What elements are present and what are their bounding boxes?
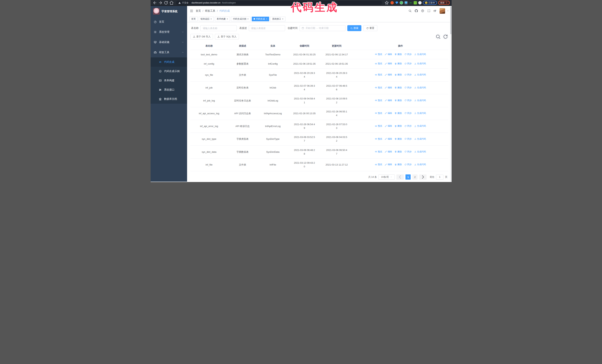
caret-down-icon[interactable] — [447, 10, 449, 12]
close-icon[interactable]: × — [247, 18, 248, 20]
action-edit-link[interactable]: 编辑 — [385, 52, 392, 56]
close-icon[interactable]: × — [210, 18, 212, 20]
close-icon[interactable]: × — [282, 18, 283, 20]
action-sync-link[interactable]: 同步 — [404, 112, 412, 115]
refresh-table-button[interactable] — [443, 34, 448, 40]
action-delete-link[interactable]: 删除 — [395, 124, 402, 128]
action-edit-link[interactable]: 编辑 — [385, 73, 392, 76]
sidebar-item-system-api[interactable]: 系统接口 — [150, 85, 187, 94]
action-sync-link[interactable]: 同步 — [404, 137, 412, 141]
action-sync-link[interactable]: 同步 — [404, 150, 412, 154]
scrollbar-thumb[interactable] — [450, 7, 452, 34]
action-sync-link[interactable]: 同步 — [404, 62, 412, 65]
action-eye-link[interactable]: 预览 — [375, 52, 382, 56]
breadcrumb-item[interactable]: 首页 — [196, 9, 201, 13]
sidebar-item-codegen-example[interactable]: 代码生成示例 — [150, 67, 187, 76]
next-page-button[interactable] — [419, 174, 427, 180]
action-eye-link[interactable]: 预览 — [375, 99, 382, 102]
action-edit-link[interactable]: 编辑 — [385, 99, 392, 102]
sidebar-item-system-management[interactable]: 系统管理 — [150, 27, 187, 37]
paused-badge[interactable]: 已暂停 — [423, 1, 437, 5]
tab-system-api[interactable]: 系统接口× — [270, 17, 285, 21]
sidebar-item-form-builder[interactable]: 表单构建 — [150, 76, 187, 85]
sidebar-item-infrastructure[interactable]: 基础设施 — [150, 37, 187, 47]
fullscreen-icon[interactable] — [427, 9, 430, 12]
url-bar[interactable]: 不安全 dashboard.yudao.iocoder.cn /tool/cod… — [176, 1, 382, 5]
action-download-link[interactable]: 生成代码 — [414, 163, 426, 166]
action-sync-link[interactable]: 同步 — [404, 86, 412, 89]
forward-icon[interactable] — [158, 0, 163, 5]
sidebar-item-codegen[interactable]: 代码生成 — [150, 57, 187, 67]
action-edit-link[interactable]: 编辑 — [385, 112, 392, 115]
action-eye-link[interactable]: 预览 — [375, 86, 382, 89]
sidebar-item-home[interactable]: 首页 — [150, 17, 187, 27]
action-download-link[interactable]: 生成代码 — [414, 86, 426, 89]
tab-codegen[interactable]: 代码生成× — [252, 17, 269, 21]
kebab-menu-icon[interactable]: ⋮ — [445, 1, 448, 4]
hamburger-icon[interactable] — [190, 9, 193, 13]
action-sync-link[interactable]: 同步 — [404, 163, 412, 166]
extension-grid-icon[interactable] — [404, 1, 408, 4]
start-date-placeholder[interactable]: 开始日期 — [306, 26, 315, 30]
extension-orange-icon[interactable] — [390, 1, 394, 4]
action-download-link[interactable]: 生成代码 — [414, 73, 426, 76]
action-eye-link[interactable]: 预览 — [375, 73, 382, 76]
action-download-link[interactable]: 生成代码 — [414, 62, 426, 65]
db-import-button[interactable]: 基于 DB 导入 — [190, 34, 213, 40]
action-edit-link[interactable]: 编辑 — [385, 124, 392, 128]
reset-button[interactable]: 重置 — [363, 25, 377, 31]
tab-tracer[interactable]: 链路追踪× — [199, 17, 214, 21]
update-badge[interactable]: 更新 ⋮ — [438, 1, 450, 5]
action-eye-link[interactable]: 预览 — [375, 150, 382, 154]
action-delete-link[interactable]: 删除 — [395, 99, 402, 102]
tab-home[interactable]: 首页 — [190, 17, 198, 21]
prev-page-button[interactable] — [396, 174, 404, 180]
tab-form-builder[interactable]: 表单构建× — [215, 17, 230, 21]
page-button-1[interactable]: 1 — [406, 174, 411, 180]
action-edit-link[interactable]: 编辑 — [385, 86, 392, 89]
action-delete-link[interactable]: 删除 — [395, 73, 402, 76]
action-download-link[interactable]: 生成代码 — [414, 150, 426, 154]
search-icon[interactable] — [408, 9, 412, 12]
tab-codegen-example[interactable]: 代码生成示例× — [231, 17, 250, 21]
action-sync-link[interactable]: 同步 — [404, 99, 412, 102]
action-download-link[interactable]: 生成代码 — [414, 124, 426, 128]
table-desc-input[interactable] — [249, 25, 285, 31]
sidebar-item-db-doc[interactable]: 数据库文档 — [150, 94, 187, 104]
extension-green-check-icon[interactable] — [400, 1, 403, 4]
help-icon[interactable] — [421, 9, 424, 12]
search-button[interactable]: 搜索 — [347, 25, 361, 31]
action-edit-link[interactable]: 编辑 — [385, 137, 392, 141]
close-icon[interactable]: × — [226, 18, 228, 20]
font-size-icon[interactable]: tT — [434, 9, 436, 12]
toggle-search-button[interactable] — [435, 34, 441, 40]
table-name-input[interactable] — [200, 25, 237, 31]
action-download-link[interactable]: 生成代码 — [414, 52, 426, 56]
extension-monkey-icon[interactable] — [414, 1, 417, 4]
github-icon[interactable] — [415, 9, 418, 12]
action-download-link[interactable]: 生成代码 — [414, 99, 426, 102]
back-icon[interactable] — [152, 0, 157, 5]
sidebar-item-dev-tools[interactable]: 研发工具 — [150, 47, 187, 57]
action-eye-link[interactable]: 预览 — [375, 163, 382, 166]
extension-gem-icon[interactable] — [395, 1, 398, 4]
action-delete-link[interactable]: 删除 — [395, 62, 402, 65]
end-date-placeholder[interactable]: 结束日期 — [319, 26, 329, 30]
action-sync-link[interactable]: 同步 — [404, 124, 412, 128]
action-delete-link[interactable]: 删除 — [395, 52, 402, 56]
reload-icon[interactable] — [163, 0, 168, 5]
sql-import-button[interactable]: 基于 SQL 导入 — [215, 34, 239, 40]
avatar[interactable] — [440, 8, 445, 14]
date-range-picker[interactable]: 开始日期 - 结束日期 — [300, 25, 345, 31]
action-download-link[interactable]: 生成代码 — [414, 137, 426, 141]
action-eye-link[interactable]: 预览 — [375, 124, 382, 128]
action-delete-link[interactable]: 删除 — [395, 163, 402, 166]
bookmark-star-icon[interactable] — [384, 0, 389, 5]
page-size-select[interactable]: 10条/页 — [378, 174, 395, 180]
action-sync-link[interactable]: 同步 — [404, 52, 412, 56]
action-edit-link[interactable]: 编辑 — [385, 163, 392, 166]
action-edit-link[interactable]: 编辑 — [385, 62, 392, 65]
action-delete-link[interactable]: 删除 — [395, 150, 402, 154]
action-delete-link[interactable]: 删除 — [395, 86, 402, 89]
extension-on-icon[interactable]: on — [409, 1, 412, 4]
